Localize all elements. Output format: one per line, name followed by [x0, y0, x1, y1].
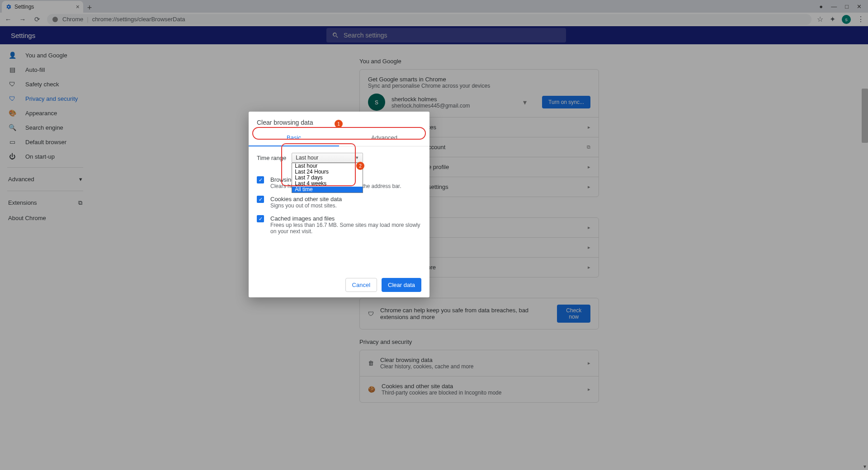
gear-icon [5, 4, 12, 10]
section-you-and-google: You and Google [359, 58, 599, 65]
item-sub: Frees up less than 16.7 MB. Some sites m… [270, 222, 421, 235]
section-privacy: Privacy and security [359, 338, 599, 345]
chevron-right-icon: ▸ [588, 360, 590, 366]
row-cookies[interactable]: 🍪 Cookies and other site dataThird-party… [360, 376, 599, 402]
row-safety: 🛡 Chrome can help keep you safe from dat… [360, 298, 599, 329]
settings-sidebar: 👤You and Google ▤Auto-fill 🛡Safety check… [0, 44, 90, 470]
account-dropdown-icon[interactable]: ▾ [523, 98, 527, 107]
tab-advanced[interactable]: Advanced [339, 130, 429, 146]
safety-card: 🛡 Chrome can help keep you safe from dat… [359, 298, 599, 329]
option-all-time[interactable]: All time [292, 187, 363, 193]
sync-subtitle: Sync and personalise Chrome across your … [368, 83, 590, 89]
checkbox-browsing-history[interactable]: ✓ [257, 176, 264, 183]
chrome-menu-button[interactable]: ⋮ [857, 15, 864, 24]
shield-icon: 🛡 [8, 95, 16, 102]
scrollbar-thumb[interactable] [862, 89, 868, 143]
sidebar-item-autofill[interactable]: ▤Auto-fill [0, 62, 90, 77]
chrome-page-icon [52, 16, 59, 23]
chevron-right-icon: ▸ [588, 184, 590, 190]
tab-basic[interactable]: Basic [249, 130, 339, 146]
profile-avatar-button[interactable]: s [842, 15, 851, 24]
external-link-icon: ⧉ [587, 144, 590, 150]
cookie-icon: 🍪 [368, 386, 375, 393]
annotation-badge-2: 2 [356, 162, 364, 170]
power-icon: ⏻ [8, 153, 16, 160]
clear-browsing-data-dialog: Clear browsing data Basic Advanced Time … [249, 112, 429, 297]
cancel-button[interactable]: Cancel [345, 278, 377, 292]
time-range-dropdown: Last hour Last 24 Hours Last 7 days Last… [292, 163, 363, 193]
search-icon [332, 32, 339, 39]
external-link-icon: ⧉ [78, 199, 82, 207]
address-bar[interactable]: Chrome | chrome://settings/clearBrowserD… [47, 14, 811, 25]
forward-button[interactable]: → [18, 15, 27, 23]
shield-check-icon: 🛡 [8, 80, 16, 88]
checkbox-cache[interactable]: ✓ [257, 215, 264, 222]
sidebar-item-privacy-and-security[interactable]: 🛡Privacy and security [0, 91, 90, 106]
back-button[interactable]: ← [4, 15, 13, 23]
privacy-card: 🗑 Clear browsing dataClear history, cook… [359, 350, 599, 403]
appearance-icon: 🎨 [8, 109, 16, 117]
chevron-right-icon: ▸ [588, 124, 590, 130]
minimize-button[interactable]: — [831, 3, 837, 10]
account-indicator-icon[interactable]: ● [819, 3, 823, 10]
dropdown-arrow-icon: ▼ [355, 155, 359, 160]
window-controls: ● — □ ✕ [819, 3, 862, 10]
chevron-down-icon: ▾ [79, 176, 82, 183]
autofill-icon: ▤ [8, 66, 16, 73]
sidebar-divider [7, 167, 83, 168]
search-placeholder: Search settings [344, 32, 387, 39]
search-icon: 🔍 [8, 124, 16, 131]
sidebar-item-default-browser[interactable]: ▭Default browser [0, 135, 90, 149]
search-settings-input[interactable]: Search settings [326, 28, 566, 42]
tab-strip: Settings × + [2, 0, 819, 13]
extensions-icon[interactable]: ✦ [830, 15, 835, 24]
tab-title: Settings [14, 4, 34, 10]
scroll-down-arrow[interactable]: ▼ [863, 464, 867, 469]
browser-tab[interactable]: Settings × [2, 1, 83, 13]
window-titlebar: Settings × + ● — □ ✕ [0, 0, 868, 13]
trash-icon: 🗑 [368, 360, 374, 367]
annotation-badge-1: 1 [335, 120, 343, 128]
reload-button[interactable]: ⟳ [33, 15, 42, 24]
sidebar-extensions[interactable]: Extensions⧉ [0, 195, 90, 211]
close-window-button[interactable]: ✕ [857, 3, 862, 10]
svg-point-0 [52, 17, 58, 22]
omnibox-separator: | [87, 16, 88, 23]
profile-name: sherlockk holmes [392, 96, 517, 103]
profile-email: sherlock.holmes445@gmail.com [392, 103, 517, 109]
close-tab-icon[interactable]: × [76, 3, 80, 10]
profile-avatar: s [368, 94, 385, 111]
time-range-select[interactable]: Last hour ▼ [292, 153, 363, 163]
settings-title: Settings [11, 32, 35, 39]
item-title: Cookies and other site data [270, 196, 342, 202]
sync-title: Get Google smarts in Chrome [368, 76, 590, 83]
time-range-value: Last hour [296, 155, 318, 161]
sidebar-item-on-startup[interactable]: ⏻On start-up [0, 149, 90, 164]
omnibox-url: chrome://settings/clearBrowserData [92, 16, 185, 23]
row-clear-browsing-data[interactable]: 🗑 Clear browsing dataClear history, cook… [360, 350, 599, 376]
clear-data-button[interactable]: Clear data [382, 278, 421, 292]
new-tab-button[interactable]: + [83, 3, 96, 13]
chevron-right-icon: ▸ [588, 244, 590, 250]
browser-toolbar: ← → ⟳ Chrome | chrome://settings/clearBr… [0, 13, 868, 26]
checkbox-cookies[interactable]: ✓ [257, 196, 264, 203]
sidebar-item-search-engine[interactable]: 🔍Search engine [0, 120, 90, 135]
chevron-right-icon: ▸ [588, 386, 590, 392]
checkbox-row-cache: ✓ Cached images and filesFrees up less t… [257, 215, 421, 235]
omnibox-prefix: Chrome [62, 16, 83, 23]
sidebar-divider [7, 191, 83, 191]
sidebar-item-safety-check[interactable]: 🛡Safety check [0, 77, 90, 91]
sidebar-about-chrome[interactable]: About Chrome [0, 211, 90, 225]
shield-icon: 🛡 [368, 310, 374, 317]
item-sub: Signs you out of most sites. [270, 202, 342, 209]
person-icon: 👤 [8, 52, 16, 59]
check-now-button[interactable]: Check now [557, 305, 590, 323]
bookmark-star-icon[interactable]: ☆ [817, 15, 823, 24]
time-range-label: Time range [257, 153, 286, 161]
sidebar-item-you-and-google[interactable]: 👤You and Google [0, 48, 90, 62]
sidebar-item-appearance[interactable]: 🎨Appearance [0, 106, 90, 120]
turn-on-sync-button[interactable]: Turn on sync... [542, 96, 590, 108]
sidebar-advanced-toggle[interactable]: Advanced▾ [0, 171, 90, 187]
maximize-button[interactable]: □ [845, 3, 849, 10]
checkbox-row-cookies: ✓ Cookies and other site dataSigns you o… [257, 196, 421, 209]
